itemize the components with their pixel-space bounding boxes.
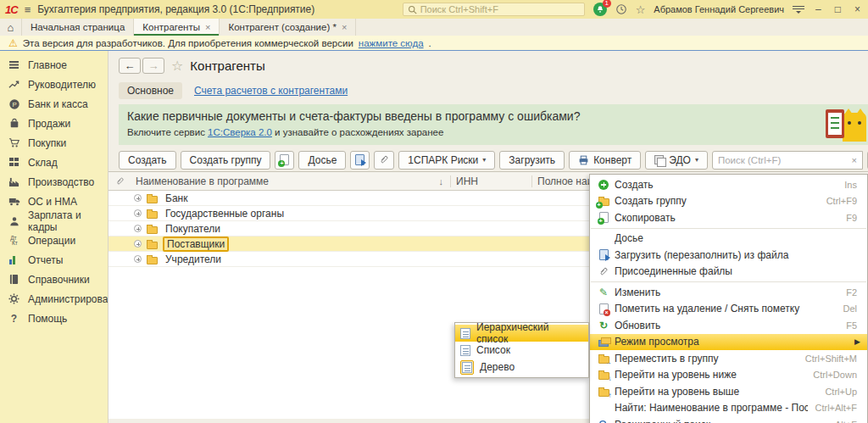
row-name: Государственные органы	[163, 208, 287, 220]
load-file-icon	[597, 249, 610, 260]
sidebar-item-spravochniki[interactable]: Справочники	[0, 270, 108, 289]
sidebar-item-sklad[interactable]: Склад	[0, 153, 108, 172]
menu-item-dossier[interactable]: Досье	[590, 231, 867, 248]
column-label: Наименование в программе	[136, 175, 439, 187]
menu-item-create[interactable]: Создать Ins	[590, 176, 867, 193]
favorites-star-icon[interactable]: ☆	[636, 4, 646, 15]
attachment-column-header[interactable]	[108, 176, 131, 186]
back-icon: ←	[125, 59, 136, 72]
refresh-icon: ↻	[597, 320, 610, 331]
user-name[interactable]: Абрамов Геннадий Сергеевич	[654, 4, 784, 14]
clear-search-icon[interactable]: ×	[852, 155, 857, 165]
button-label: Досье	[308, 154, 337, 166]
load-button[interactable]: Загрузить	[499, 151, 565, 170]
forward-icon: →	[148, 59, 159, 72]
sverka-link[interactable]: 1С:Сверка 2.0	[208, 127, 272, 137]
page-header: ← → ☆ Контрагенты ⋮ ×	[108, 51, 868, 80]
tab-kontragent-create[interactable]: Контрагент (создание) * ×	[220, 19, 356, 36]
button-label: Загрузить	[509, 154, 555, 166]
submenu-item-hierarchical-list[interactable]: Иерархический список	[455, 325, 588, 342]
global-search-input[interactable]: Поиск Ctrl+Shift+F	[403, 3, 585, 16]
window-close-button[interactable]: ×	[852, 4, 863, 14]
grid-icon	[8, 156, 20, 169]
list-toolbar: Создать Создать группу Досье 1СПАРК Риск…	[108, 148, 868, 171]
create-button[interactable]: Создать	[119, 151, 176, 170]
sidebar-item-proizvodstvo[interactable]: Производство	[0, 172, 108, 192]
edo-button[interactable]: ЭДО▾	[645, 151, 708, 170]
sidebar-item-administrirovanie[interactable]: Администрирование	[0, 289, 108, 309]
load-from-file-button[interactable]	[350, 151, 370, 170]
nav-back-button[interactable]: ←	[119, 58, 141, 74]
list-search-input[interactable]: Поиск (Ctrl+F) ×	[712, 151, 863, 170]
menu-item-create-group[interactable]: Создать группу Ctrl+F9	[590, 193, 867, 210]
menu-item-label: Обновить	[615, 320, 839, 331]
menu-item-label: Досье	[615, 232, 850, 244]
expand-icon[interactable]	[134, 194, 142, 202]
expand-icon[interactable]	[134, 240, 142, 248]
create-group-button[interactable]: Создать группу	[181, 151, 271, 170]
sidebar-item-pomosch[interactable]: ? Помощь	[0, 309, 108, 328]
sidebar-item-pokupki[interactable]: Покупки	[0, 133, 108, 153]
submenu-item-tree[interactable]: Дерево	[455, 359, 588, 376]
window-maximize-button[interactable]: □	[832, 4, 843, 14]
sidebar-item-rukovoditelyu[interactable]: Руководителю	[0, 75, 108, 94]
tab-kontragenty[interactable]: Контрагенты ×	[134, 19, 220, 36]
dropdown-caret-icon: ▾	[482, 156, 486, 164]
envelope-button[interactable]: Конверт	[569, 151, 641, 170]
button-label: ЭДО	[669, 154, 691, 166]
notifications-bell-icon[interactable]: 1	[593, 3, 607, 16]
menu-separator	[591, 228, 866, 229]
edo-docs-icon	[654, 155, 665, 165]
main-menu-icon[interactable]: ≡	[25, 3, 31, 16]
inn-column-header[interactable]: ИНН	[451, 175, 532, 187]
window-minimize-button[interactable]: –	[813, 4, 824, 14]
tab-close-icon[interactable]: ×	[205, 22, 210, 32]
dtkt-icon: Дт Кт	[8, 234, 20, 247]
favorite-star-icon[interactable]: ☆	[171, 58, 183, 74]
service-settings-icon[interactable]	[793, 5, 804, 14]
menu-item-edit[interactable]: ✎ Изменить F2	[590, 284, 867, 301]
menu-item-copy[interactable]: Скопировать F9	[590, 209, 867, 226]
sidebar-item-label: Производство	[28, 176, 94, 188]
menu-item-mark-for-deletion[interactable]: Пометить на удаление / Снять пометку Del	[590, 301, 867, 318]
sidebar-item-label: Зарплата и кадры	[28, 209, 108, 233]
menu-item-go-level-down[interactable]: ↓ Перейти на уровень ниже Ctrl+Down	[590, 367, 867, 384]
menu-item-view-mode[interactable]: Режим просмотра ▶	[590, 334, 867, 351]
app-title: Бухгалтерия предприятия, редакция 3.0 (1…	[37, 3, 314, 15]
menu-item-move-to-group[interactable]: → Переместить в группу Ctrl+Shift+M	[590, 350, 867, 367]
tab-scheta-raschetov[interactable]: Счета расчетов с контрагентами	[194, 85, 348, 97]
promo-line-suffix: и узнавайте о расхождениях заранее	[272, 127, 443, 137]
spark-risks-button[interactable]: 1СПАРК Риски▾	[398, 151, 495, 170]
history-clock-icon[interactable]	[615, 3, 627, 15]
sidebar-item-zarplata-i-kadry[interactable]: Зарплата и кадры	[0, 211, 108, 231]
tab-close-icon[interactable]: ×	[342, 22, 347, 32]
sidebar-item-glavnoe[interactable]: Главное	[0, 55, 108, 75]
expand-icon[interactable]	[134, 209, 142, 217]
tab-osnovnoe[interactable]: Основное	[119, 82, 182, 99]
button-label: Создать группу	[190, 154, 262, 166]
sidebar-item-otchety[interactable]: Отчеты	[0, 250, 108, 270]
menu-item-advanced-search[interactable]: Расширенный поиск Alt+F	[590, 416, 867, 423]
menu-item-load-from-file[interactable]: Загрузить (перезаполнить) из файла	[590, 247, 867, 264]
name-column-header[interactable]: Наименование в программе ↓	[131, 175, 451, 187]
row-name: Учредители	[163, 253, 224, 265]
menu-item-refresh[interactable]: ↻ Обновить F5	[590, 317, 867, 334]
nav-forward-button[interactable]: →	[142, 58, 164, 74]
copy-item-button[interactable]	[275, 151, 294, 170]
menu-item-go-level-up[interactable]: ↑ Перейти на уровень выше Ctrl+Up	[590, 383, 867, 400]
menu-item-attached-files[interactable]: Присоединенные файлы	[590, 264, 867, 281]
expand-icon[interactable]	[134, 255, 142, 263]
menu-separator	[591, 281, 866, 282]
sidebar-item-prodazhi[interactable]: Продажи	[0, 114, 108, 133]
book-icon	[8, 273, 20, 286]
tab-start-page[interactable]: Начальная страница	[22, 19, 134, 36]
attached-files-button[interactable]	[374, 151, 394, 170]
dossier-button[interactable]: Досье	[298, 151, 346, 170]
expand-icon[interactable]	[134, 225, 142, 232]
menu-item-find[interactable]: Найти: Наименование в программе - Постав…	[590, 400, 867, 417]
sidebar-item-bank-i-kassa[interactable]: Р Банк и касса	[0, 94, 108, 114]
sidebar-item-operacii[interactable]: Дт Кт Операции	[0, 231, 108, 250]
tab-label: Контрагенты	[142, 22, 200, 32]
buy-commercial-link[interactable]: нажмите сюда	[359, 38, 424, 48]
home-tab-button[interactable]: ⌂	[0, 19, 22, 36]
